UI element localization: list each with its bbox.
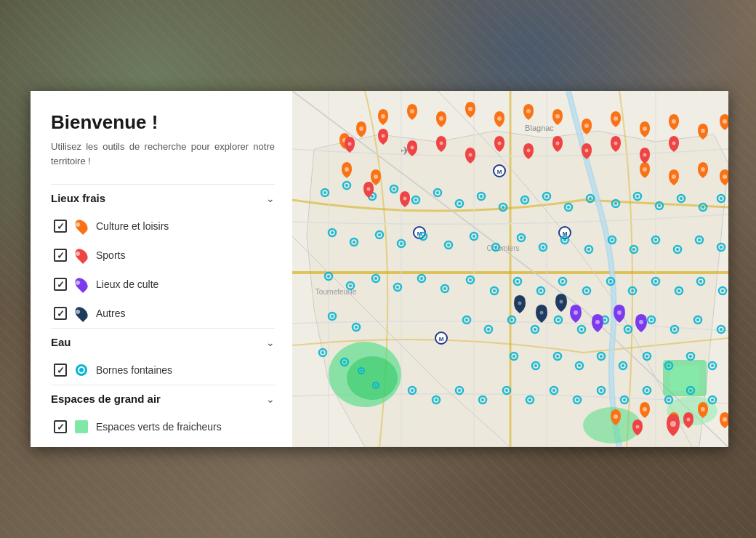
checkbox-espaces-verts[interactable] (54, 420, 67, 433)
svg-point-198 (600, 389, 603, 392)
svg-point-172 (622, 364, 624, 367)
svg-point-136 (487, 328, 490, 331)
svg-point-102 (420, 277, 423, 280)
welcome-subtitle: Utilisez les outils de recherche pour ex… (51, 140, 275, 168)
svg-point-190 (505, 389, 508, 392)
svg-point-116 (585, 289, 588, 292)
icon-autres (74, 304, 89, 323)
layer-espaces-verts: Espaces verts de fraicheurs (51, 412, 275, 441)
layer-bornes-label: Bornes fontaines (96, 364, 172, 376)
section-espaces-label: Espaces de grand air (51, 393, 161, 405)
svg-point-62 (378, 233, 381, 236)
svg-point-259 (639, 320, 643, 324)
svg-point-178 (689, 355, 692, 358)
svg-point-238 (723, 417, 727, 422)
svg-point-70 (472, 235, 475, 238)
svg-point-166 (556, 355, 559, 358)
checkbox-culture[interactable] (54, 220, 67, 233)
svg-point-241 (411, 146, 414, 150)
svg-point-247 (585, 149, 589, 153)
svg-point-46 (614, 202, 617, 205)
svg-point-28 (414, 198, 417, 201)
svg-point-202 (646, 389, 648, 392)
layer-autres-label: Autres (96, 308, 125, 319)
checkbox-bornes[interactable] (54, 364, 67, 377)
svg-point-224 (643, 127, 647, 131)
svg-point-20 (323, 191, 326, 194)
svg-point-232 (701, 167, 705, 172)
svg-point-144 (580, 328, 583, 331)
svg-point-108 (493, 289, 496, 292)
svg-point-72 (494, 246, 497, 249)
main-container: Bienvenue ! Utilisez les outils de reche… (31, 91, 728, 447)
chevron-lieux-frais-icon: ⌄ (266, 193, 275, 204)
pin-purple-icon (73, 276, 90, 293)
icon-base-loisirs (74, 446, 89, 447)
svg-point-254 (687, 418, 691, 422)
svg-point-90 (698, 238, 701, 241)
checkbox-sports[interactable] (54, 249, 67, 262)
svg-point-92 (720, 246, 723, 249)
svg-point-215 (381, 114, 385, 119)
svg-point-227 (723, 119, 727, 124)
svg-point-160 (343, 361, 346, 364)
section-eau[interactable]: Eau ⌄ (51, 328, 275, 356)
chevron-espaces-icon: ⌄ (266, 393, 275, 405)
svg-point-134 (465, 318, 468, 321)
svg-point-50 (658, 204, 661, 207)
svg-point-54 (701, 206, 704, 209)
svg-point-36 (502, 206, 504, 209)
icon-culture (74, 217, 89, 236)
section-lieux-frais[interactable]: Lieux frais ⌄ (51, 184, 275, 212)
svg-point-122 (654, 280, 657, 283)
map-area[interactable]: ✈ M M M M Blagnac Tournefeuille Colomier… (292, 91, 728, 447)
svg-point-186 (458, 389, 461, 392)
layer-culte: Lieux de culte (51, 270, 275, 299)
svg-point-114 (561, 280, 564, 283)
section-espaces[interactable]: Espaces de grand air ⌄ (51, 385, 275, 412)
svg-point-148 (627, 328, 630, 331)
svg-point-140 (534, 328, 536, 331)
svg-rect-4 (670, 366, 699, 391)
svg-point-214 (359, 127, 363, 131)
svg-point-217 (439, 116, 443, 121)
checkbox-culte[interactable] (54, 278, 67, 291)
svg-point-142 (557, 318, 560, 321)
svg-point-222 (584, 124, 589, 128)
svg-point-66 (422, 235, 425, 238)
svg-point-78 (563, 238, 566, 241)
svg-point-221 (555, 114, 560, 119)
svg-point-249 (643, 153, 647, 157)
svg-point-48 (636, 195, 639, 198)
svg-point-158 (321, 351, 324, 354)
svg-point-154 (696, 318, 699, 321)
svg-point-248 (614, 142, 618, 145)
section-lieux-frais-label: Lieux frais (51, 192, 105, 204)
svg-point-74 (520, 236, 523, 239)
svg-point-192 (528, 398, 531, 401)
checkbox-autres[interactable] (54, 307, 67, 320)
svg-point-251 (367, 188, 371, 191)
pin-navy-icon (73, 305, 90, 322)
circle-cyan-icon (76, 364, 87, 376)
map-base: ✈ M M M M Blagnac Tournefeuille Colomier… (292, 91, 728, 447)
svg-point-258 (617, 310, 622, 315)
svg-point-212 (375, 385, 377, 387)
svg-point-80 (587, 248, 590, 251)
svg-point-184 (435, 398, 438, 401)
svg-point-110 (516, 280, 519, 283)
svg-point-229 (374, 174, 378, 179)
svg-point-104 (443, 287, 446, 290)
layer-sports-label: Sports (96, 249, 125, 261)
svg-point-237 (701, 407, 705, 411)
layer-bornes: Bornes fontaines (51, 356, 275, 385)
svg-point-42 (567, 206, 570, 209)
map-svg: ✈ M M M M Blagnac Tournefeuille Colomier… (292, 91, 728, 447)
svg-point-76 (542, 246, 544, 249)
svg-point-38 (523, 198, 526, 201)
svg-point-64 (400, 242, 403, 245)
svg-point-118 (609, 280, 612, 283)
svg-point-128 (721, 289, 724, 292)
svg-point-220 (526, 109, 531, 113)
svg-text:M: M (439, 336, 444, 342)
